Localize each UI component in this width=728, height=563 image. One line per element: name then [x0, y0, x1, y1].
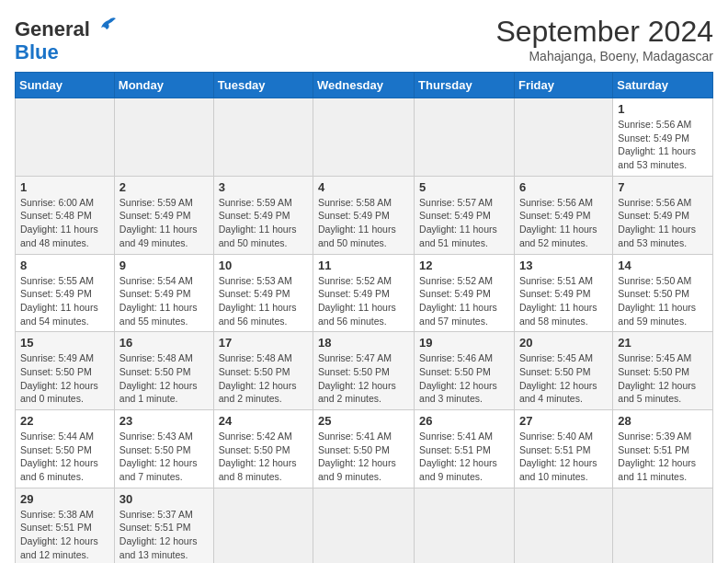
calendar-week-row: 15Sunrise: 5:49 AM Sunset: 5:50 PM Dayli… — [16, 332, 713, 410]
calendar-cell: 24Sunrise: 5:42 AM Sunset: 5:50 PM Dayli… — [213, 410, 313, 488]
calendar-table: SundayMondayTuesdayWednesdayThursdayFrid… — [15, 72, 713, 563]
day-number: 5 — [419, 180, 509, 194]
calendar-cell: 4Sunrise: 5:58 AM Sunset: 5:49 PM Daylig… — [313, 176, 415, 254]
day-number: 27 — [519, 414, 608, 428]
calendar-cell: 19Sunrise: 5:46 AM Sunset: 5:50 PM Dayli… — [415, 332, 515, 410]
calendar-cell — [313, 488, 415, 563]
logo: General Blue — [15, 15, 118, 64]
weekday-header-friday: Friday — [514, 73, 612, 98]
day-info: Sunrise: 6:00 AM Sunset: 5:48 PM Dayligh… — [20, 196, 109, 250]
calendar-cell: 11Sunrise: 5:52 AM Sunset: 5:49 PM Dayli… — [313, 254, 415, 332]
day-info: Sunrise: 5:44 AM Sunset: 5:50 PM Dayligh… — [20, 430, 109, 484]
calendar-cell: 26Sunrise: 5:41 AM Sunset: 5:51 PM Dayli… — [415, 410, 515, 488]
logo-bird-icon — [92, 15, 118, 44]
day-number: 4 — [318, 180, 409, 194]
calendar-cell — [613, 488, 713, 563]
calendar-cell — [213, 488, 313, 563]
day-number: 30 — [119, 492, 209, 506]
calendar-week-row: 22Sunrise: 5:44 AM Sunset: 5:50 PM Dayli… — [16, 410, 713, 488]
calendar-cell — [514, 98, 612, 177]
day-info: Sunrise: 5:47 AM Sunset: 5:50 PM Dayligh… — [318, 351, 409, 406]
day-info: Sunrise: 5:49 AM Sunset: 5:50 PM Dayligh… — [20, 351, 109, 406]
page-header: General Blue September 2024 Mahajanga, B… — [15, 15, 713, 64]
weekday-header-row: SundayMondayTuesdayWednesdayThursdayFrid… — [16, 73, 713, 98]
day-number: 6 — [519, 180, 608, 194]
calendar-cell: 29Sunrise: 5:38 AM Sunset: 5:51 PM Dayli… — [16, 488, 115, 563]
day-info: Sunrise: 5:50 AM Sunset: 5:50 PM Dayligh… — [618, 274, 708, 328]
day-number: 11 — [318, 259, 409, 272]
day-number: 2 — [119, 180, 209, 194]
calendar-cell: 30Sunrise: 5:37 AM Sunset: 5:51 PM Dayli… — [114, 488, 213, 563]
day-number: 8 — [20, 259, 109, 272]
calendar-cell: 8Sunrise: 5:55 AM Sunset: 5:49 PM Daylig… — [16, 254, 115, 332]
title-block: September 2024 Mahajanga, Boeny, Madagas… — [495, 15, 713, 63]
day-info: Sunrise: 5:43 AM Sunset: 5:50 PM Dayligh… — [119, 430, 209, 484]
weekday-header-thursday: Thursday — [415, 73, 515, 98]
calendar-cell: 1Sunrise: 5:56 AM Sunset: 5:49 PM Daylig… — [613, 98, 713, 177]
calendar-cell: 1Sunrise: 6:00 AM Sunset: 5:48 PM Daylig… — [16, 176, 115, 254]
day-number: 21 — [618, 336, 708, 350]
day-number: 1 — [20, 180, 109, 194]
day-info: Sunrise: 5:59 AM Sunset: 5:49 PM Dayligh… — [219, 196, 308, 250]
day-info: Sunrise: 5:57 AM Sunset: 5:49 PM Dayligh… — [419, 196, 509, 250]
calendar-cell: 10Sunrise: 5:53 AM Sunset: 5:49 PM Dayli… — [213, 254, 313, 332]
calendar-cell: 7Sunrise: 5:56 AM Sunset: 5:49 PM Daylig… — [613, 176, 713, 254]
day-number: 22 — [20, 414, 109, 428]
logo-general-text: General — [15, 17, 90, 41]
day-info: Sunrise: 5:53 AM Sunset: 5:49 PM Dayligh… — [219, 274, 308, 328]
day-number: 26 — [419, 414, 509, 428]
day-number: 16 — [119, 336, 209, 350]
weekday-header-monday: Monday — [114, 73, 213, 98]
day-info: Sunrise: 5:37 AM Sunset: 5:51 PM Dayligh… — [119, 508, 209, 562]
calendar-cell: 3Sunrise: 5:59 AM Sunset: 5:49 PM Daylig… — [213, 176, 313, 254]
day-info: Sunrise: 5:59 AM Sunset: 5:49 PM Dayligh… — [119, 196, 209, 250]
day-number: 1 — [618, 102, 708, 116]
calendar-cell — [415, 98, 515, 177]
calendar-cell: 12Sunrise: 5:52 AM Sunset: 5:49 PM Dayli… — [415, 254, 515, 332]
calendar-cell: 18Sunrise: 5:47 AM Sunset: 5:50 PM Dayli… — [313, 332, 415, 410]
day-number: 9 — [119, 259, 209, 272]
day-info: Sunrise: 5:52 AM Sunset: 5:49 PM Dayligh… — [318, 274, 409, 328]
calendar-week-row: 1Sunrise: 5:56 AM Sunset: 5:49 PM Daylig… — [16, 98, 713, 177]
calendar-week-row: 8Sunrise: 5:55 AM Sunset: 5:49 PM Daylig… — [16, 254, 713, 332]
calendar-cell: 9Sunrise: 5:54 AM Sunset: 5:49 PM Daylig… — [114, 254, 213, 332]
day-info: Sunrise: 5:58 AM Sunset: 5:49 PM Dayligh… — [318, 196, 409, 250]
day-number: 24 — [219, 414, 308, 428]
calendar-cell — [213, 98, 313, 177]
day-info: Sunrise: 5:54 AM Sunset: 5:49 PM Dayligh… — [119, 274, 209, 328]
location: Mahajanga, Boeny, Madagascar — [495, 49, 713, 63]
day-info: Sunrise: 5:38 AM Sunset: 5:51 PM Dayligh… — [20, 508, 109, 562]
day-number: 10 — [219, 259, 308, 272]
calendar-cell: 23Sunrise: 5:43 AM Sunset: 5:50 PM Dayli… — [114, 410, 213, 488]
day-info: Sunrise: 5:39 AM Sunset: 5:51 PM Dayligh… — [618, 430, 708, 484]
day-number: 29 — [20, 492, 109, 506]
day-info: Sunrise: 5:56 AM Sunset: 5:49 PM Dayligh… — [618, 118, 708, 172]
day-info: Sunrise: 5:46 AM Sunset: 5:50 PM Dayligh… — [419, 351, 509, 406]
day-number: 7 — [618, 180, 708, 194]
logo-blue-text: Blue — [15, 40, 59, 64]
weekday-header-saturday: Saturday — [613, 73, 713, 98]
calendar-cell: 5Sunrise: 5:57 AM Sunset: 5:49 PM Daylig… — [415, 176, 515, 254]
calendar-cell: 21Sunrise: 5:45 AM Sunset: 5:50 PM Dayli… — [613, 332, 713, 410]
day-info: Sunrise: 5:56 AM Sunset: 5:49 PM Dayligh… — [519, 196, 608, 250]
calendar-cell — [16, 98, 115, 177]
calendar-cell — [514, 488, 612, 563]
day-info: Sunrise: 5:41 AM Sunset: 5:51 PM Dayligh… — [419, 430, 509, 484]
calendar-cell: 20Sunrise: 5:45 AM Sunset: 5:50 PM Dayli… — [514, 332, 612, 410]
calendar-cell — [415, 488, 515, 563]
calendar-cell — [313, 98, 415, 177]
day-info: Sunrise: 5:48 AM Sunset: 5:50 PM Dayligh… — [119, 351, 209, 406]
calendar-cell: 16Sunrise: 5:48 AM Sunset: 5:50 PM Dayli… — [114, 332, 213, 410]
calendar-cell: 28Sunrise: 5:39 AM Sunset: 5:51 PM Dayli… — [613, 410, 713, 488]
calendar-week-row: 29Sunrise: 5:38 AM Sunset: 5:51 PM Dayli… — [16, 488, 713, 563]
day-number: 19 — [419, 336, 509, 350]
calendar-cell — [114, 98, 213, 177]
day-number: 23 — [119, 414, 209, 428]
calendar-cell: 15Sunrise: 5:49 AM Sunset: 5:50 PM Dayli… — [16, 332, 115, 410]
day-info: Sunrise: 5:48 AM Sunset: 5:50 PM Dayligh… — [219, 351, 308, 406]
day-number: 20 — [519, 336, 608, 350]
day-info: Sunrise: 5:45 AM Sunset: 5:50 PM Dayligh… — [519, 351, 608, 406]
day-info: Sunrise: 5:51 AM Sunset: 5:49 PM Dayligh… — [519, 274, 608, 328]
weekday-header-wednesday: Wednesday — [313, 73, 415, 98]
day-info: Sunrise: 5:55 AM Sunset: 5:49 PM Dayligh… — [20, 274, 109, 328]
